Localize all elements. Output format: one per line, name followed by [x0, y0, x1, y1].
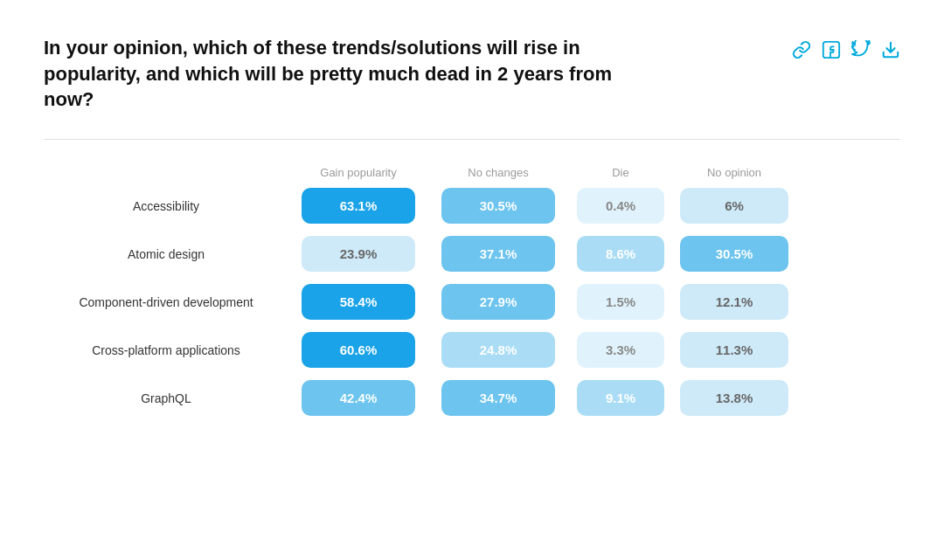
col-header-noop: No opinion — [673, 166, 795, 179]
pill-noop: 13.8% — [680, 380, 788, 416]
cell-noop: 11.3% — [673, 332, 795, 368]
col-header-die: Die — [568, 166, 673, 179]
cell-noop: 30.5% — [673, 236, 795, 272]
pill-die: 3.3% — [577, 332, 664, 368]
pill-gain: 23.9% — [302, 236, 415, 272]
pill-nochange: 30.5% — [441, 188, 555, 224]
cell-gain: 63.1% — [288, 188, 428, 224]
pill-gain: 42.4% — [302, 380, 415, 416]
col-header-gain: Gain popularity — [288, 166, 428, 179]
row-label: Accessibility — [44, 199, 288, 213]
cell-die: 0.4% — [568, 188, 673, 224]
link-icon[interactable] — [792, 40, 811, 64]
pill-noop: 12.1% — [680, 284, 788, 320]
cell-nochange: 34.7% — [428, 380, 568, 416]
pill-nochange: 27.9% — [441, 284, 555, 320]
header-row: In your opinion, which of these trends/s… — [44, 35, 900, 113]
cell-gain: 60.6% — [288, 332, 428, 368]
cell-die: 8.6% — [568, 236, 673, 272]
cell-die: 9.1% — [568, 380, 673, 416]
pill-nochange: 37.1% — [441, 236, 555, 272]
row-label: Atomic design — [44, 247, 288, 261]
cell-die: 3.3% — [568, 332, 673, 368]
table-row: Atomic design 23.9% 37.1% 8.6% 30.5% — [44, 236, 900, 272]
question-title: In your opinion, which of these trends/s… — [44, 35, 638, 113]
pill-gain: 60.6% — [302, 332, 415, 368]
cell-nochange: 24.8% — [428, 332, 568, 368]
cell-nochange: 30.5% — [428, 188, 568, 224]
pill-noop: 6% — [680, 188, 788, 224]
pill-die: 0.4% — [577, 188, 664, 224]
pill-noop: 30.5% — [680, 236, 788, 272]
pill-noop: 11.3% — [680, 332, 788, 368]
table-row: Accessibility 63.1% 30.5% 0.4% 6% — [44, 188, 900, 224]
cell-gain: 58.4% — [288, 284, 428, 320]
pill-die: 1.5% — [577, 284, 664, 320]
pill-gain: 58.4% — [302, 284, 415, 320]
table-row: GraphQL 42.4% 34.7% 9.1% 13.8% — [44, 380, 900, 416]
download-icon[interactable] — [881, 40, 900, 64]
row-label: GraphQL — [44, 391, 288, 405]
cell-nochange: 27.9% — [428, 284, 568, 320]
cell-gain: 23.9% — [288, 236, 428, 272]
col-header-label — [44, 166, 288, 179]
icon-group — [792, 35, 900, 64]
pill-die: 8.6% — [577, 236, 664, 272]
row-label: Cross-platform applications — [44, 343, 288, 357]
divider — [44, 139, 900, 140]
cell-nochange: 37.1% — [428, 236, 568, 272]
table-row: Component-driven development 58.4% 27.9%… — [44, 284, 900, 320]
cell-noop: 13.8% — [673, 380, 795, 416]
twitter-icon[interactable] — [851, 40, 871, 64]
cell-die: 1.5% — [568, 284, 673, 320]
cell-gain: 42.4% — [288, 380, 428, 416]
row-label: Component-driven development — [44, 295, 288, 309]
table-header: Gain popularity No changes Die No opinio… — [44, 166, 900, 179]
cell-noop: 6% — [673, 188, 795, 224]
pill-gain: 63.1% — [302, 188, 415, 224]
page-container: In your opinion, which of these trends/s… — [0, 0, 944, 454]
cell-noop: 12.1% — [673, 284, 795, 320]
col-header-nochange: No changes — [428, 166, 568, 179]
pill-nochange: 24.8% — [441, 332, 555, 368]
facebook-icon[interactable] — [822, 40, 841, 64]
table-row: Cross-platform applications 60.6% 24.8% … — [44, 332, 900, 368]
pill-die: 9.1% — [577, 380, 664, 416]
pill-nochange: 34.7% — [441, 380, 555, 416]
data-table: Gain popularity No changes Die No opinio… — [44, 166, 900, 416]
table-body: Accessibility 63.1% 30.5% 0.4% 6% Atomic… — [44, 188, 900, 416]
